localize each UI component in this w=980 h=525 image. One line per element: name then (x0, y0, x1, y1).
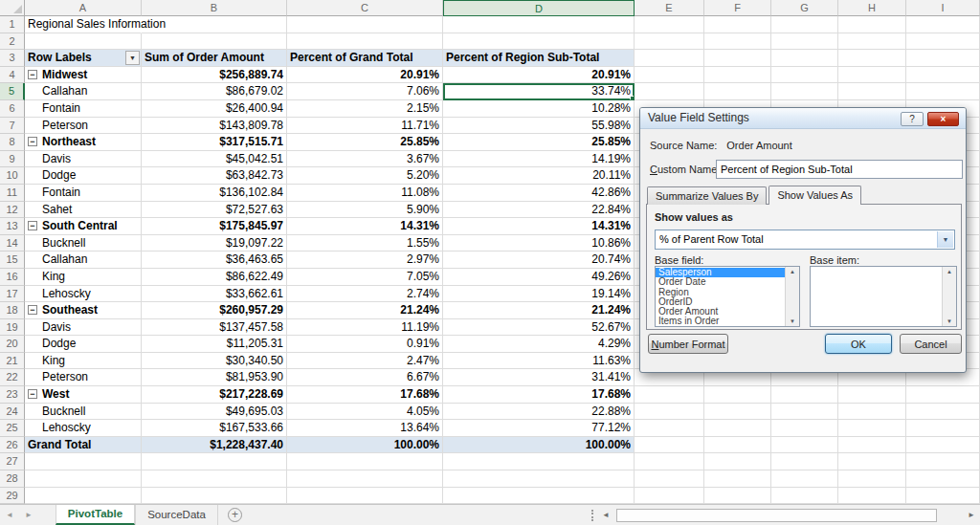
row-header-23[interactable]: 23 (0, 386, 25, 404)
cell-H3[interactable] (838, 50, 906, 67)
cell-A22[interactable]: Peterson (25, 369, 142, 386)
cell-H4[interactable] (838, 67, 906, 84)
cell-E5[interactable] (635, 83, 704, 100)
cell-C13[interactable]: 14.31% (287, 218, 443, 235)
collapse-button[interactable]: − (28, 221, 37, 230)
cell-D17[interactable]: 19.14% (443, 286, 635, 303)
cell-C16[interactable]: 7.05% (287, 269, 443, 286)
row-header-9[interactable]: 9 (0, 151, 25, 168)
cell-H1[interactable] (838, 16, 906, 33)
row-header-15[interactable]: 15 (0, 252, 25, 269)
tab-splitter-handle[interactable] (591, 510, 593, 521)
column-header-g[interactable]: G (771, 0, 838, 16)
column-header-d[interactable]: D (443, 0, 635, 16)
cell-I23[interactable] (906, 386, 980, 404)
dialog-titlebar[interactable]: Value Field Settings ? × (640, 108, 966, 129)
collapse-button[interactable]: − (28, 305, 37, 315)
tab-show-values-as[interactable]: Show Values As (768, 186, 861, 205)
cell-F1[interactable] (704, 16, 771, 33)
cell-C5[interactable]: 7.06% (287, 83, 443, 100)
cell-B6[interactable]: $26,400.94 (142, 100, 287, 118)
cell-G4[interactable] (771, 67, 838, 84)
cell-A1[interactable]: Regional Sales Information (25, 16, 142, 33)
collapse-button[interactable]: − (28, 137, 37, 146)
cell-C29[interactable] (287, 488, 443, 505)
cell-I5[interactable] (906, 83, 980, 100)
cell-F23[interactable] (704, 386, 771, 404)
cell-A27[interactable] (25, 453, 142, 470)
help-button[interactable]: ? (901, 112, 924, 126)
row-header-29[interactable]: 29 (0, 488, 25, 505)
cell-H25[interactable] (838, 420, 906, 437)
scroll-up-icon[interactable]: ▲ (790, 269, 795, 274)
cell-H26[interactable] (838, 437, 906, 454)
cell-H24[interactable] (838, 404, 906, 421)
cell-A9[interactable]: Davis (25, 151, 142, 168)
cell-B28[interactable] (142, 470, 287, 488)
cell-B9[interactable]: $45,042.51 (142, 151, 287, 168)
cell-I29[interactable] (906, 488, 980, 505)
cell-A26[interactable]: Grand Total (25, 437, 142, 454)
row-header-11[interactable]: 11 (0, 185, 25, 202)
cell-B20[interactable]: $11,205.31 (142, 336, 287, 353)
cell-C6[interactable]: 2.15% (287, 100, 443, 118)
row-header-17[interactable]: 17 (0, 286, 25, 303)
row-header-14[interactable]: 14 (0, 235, 25, 252)
row-header-4[interactable]: 4 (0, 67, 25, 84)
cell-G5[interactable] (771, 83, 838, 100)
cell-D25[interactable]: 77.12% (443, 420, 635, 437)
cell-A29[interactable] (25, 488, 142, 505)
cell-I3[interactable] (906, 50, 980, 67)
cell-I2[interactable] (906, 33, 980, 51)
cell-A18[interactable]: −Southeast (25, 302, 142, 319)
cell-C14[interactable]: 1.55% (287, 235, 443, 252)
cell-H28[interactable] (838, 470, 906, 488)
cell-E28[interactable] (635, 470, 704, 488)
cell-A20[interactable]: Dodge (25, 336, 142, 353)
cell-G2[interactable] (771, 33, 838, 51)
cell-C12[interactable]: 5.90% (287, 202, 443, 219)
sheet-nav-right-icon[interactable]: ► (19, 505, 38, 525)
row-header-5[interactable]: 5 (0, 83, 25, 100)
tab-summarize-values-by[interactable]: Summarize Values By (647, 186, 767, 205)
row-header-1[interactable]: 1 (0, 16, 25, 33)
row-header-27[interactable]: 27 (0, 453, 25, 470)
base-field-option[interactable]: Items in Order (656, 317, 785, 326)
row-header-25[interactable]: 25 (0, 420, 25, 437)
column-header-c[interactable]: C (287, 0, 443, 16)
cell-D27[interactable] (443, 453, 635, 470)
cell-A11[interactable]: Fontain (25, 185, 142, 202)
row-header-20[interactable]: 20 (0, 336, 25, 353)
cell-C22[interactable]: 6.67% (287, 369, 443, 386)
cell-C26[interactable]: 100.00% (287, 437, 443, 454)
cell-A8[interactable]: −Northeast (25, 134, 142, 151)
cell-A21[interactable]: King (25, 353, 142, 370)
cell-C24[interactable]: 4.05% (287, 404, 443, 421)
cell-B3[interactable]: Sum of Order Amount (142, 50, 287, 67)
cell-C19[interactable]: 11.19% (287, 319, 443, 337)
cell-D3[interactable]: Percent of Region Sub-Total (443, 50, 635, 67)
hscroll-track[interactable] (614, 508, 963, 523)
row-header-12[interactable]: 12 (0, 202, 25, 219)
cell-D4[interactable]: 20.91% (443, 67, 635, 84)
cell-B19[interactable]: $137,457.58 (142, 319, 287, 337)
cell-G25[interactable] (771, 420, 838, 437)
cell-F5[interactable] (704, 83, 771, 100)
cell-C3[interactable]: Percent of Grand Total (287, 50, 443, 67)
cell-G3[interactable] (771, 50, 838, 67)
cell-C20[interactable]: 0.91% (287, 336, 443, 353)
cell-G27[interactable] (771, 453, 838, 470)
cell-B17[interactable]: $33,662.61 (142, 286, 287, 303)
cell-B5[interactable]: $86,679.02 (142, 83, 287, 100)
custom-name-input[interactable] (716, 160, 963, 179)
cell-A16[interactable]: King (25, 269, 142, 286)
cell-B11[interactable]: $136,102.84 (142, 185, 287, 202)
select-all-corner[interactable] (0, 0, 25, 16)
hscroll-right-icon[interactable]: ► (963, 511, 980, 519)
row-header-24[interactable]: 24 (0, 404, 25, 421)
column-header-i[interactable]: I (906, 0, 980, 16)
column-header-e[interactable]: E (635, 0, 704, 16)
row-header-7[interactable]: 7 (0, 118, 25, 135)
cell-B23[interactable]: $217,228.69 (142, 386, 287, 404)
cell-B4[interactable]: $256,889.74 (142, 67, 287, 84)
